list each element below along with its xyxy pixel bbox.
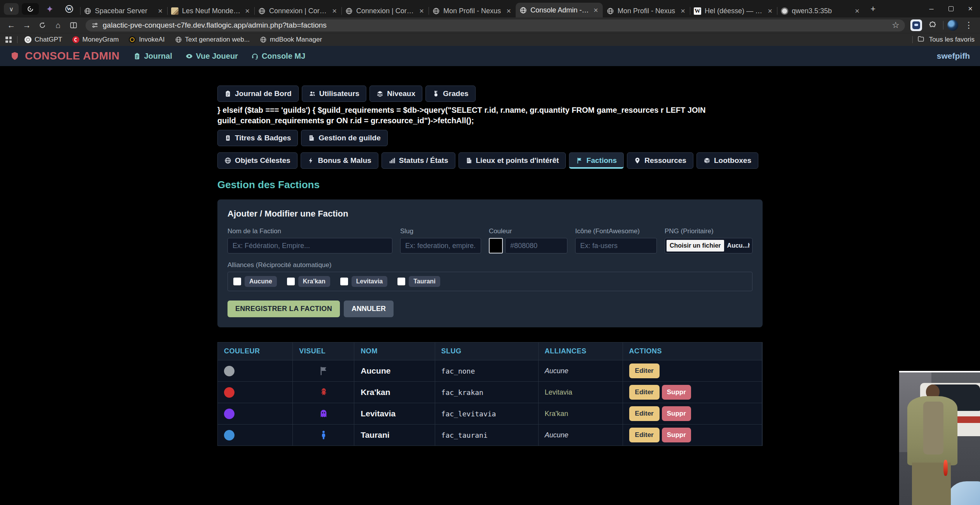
url-text[interactable]: galactic-pve-conquest-c7fe.dev.flatlogic… [103,21,890,30]
divider [912,36,913,43]
apps-grid-icon[interactable] [5,37,12,43]
tab-ressources[interactable]: Ressources [627,152,693,169]
site-info-icon[interactable] [91,21,99,29]
close-icon[interactable]: × [418,7,425,16]
edit-button[interactable]: Editer [629,428,660,442]
file-input[interactable]: Choisir un fichier Aucu...hoisi [665,238,752,253]
close-icon[interactable]: × [244,7,250,16]
edit-button[interactable]: Editer [629,406,660,421]
globe-favicon [520,7,527,14]
color-hex-input[interactable] [505,238,567,253]
refresh-button[interactable] [36,19,49,31]
checkbox[interactable] [397,278,405,285]
cancel-button[interactable]: ANNULER [344,301,394,317]
home-button[interactable]: ⌂ [51,19,65,31]
browser-tab-active[interactable]: Console Admin - Nexus × [516,3,603,17]
maximize-icon [948,6,954,11]
browser-tab[interactable]: Spacebar Server × [80,4,167,17]
map-pin-icon [634,157,641,164]
split-screen-button[interactable] [67,19,80,31]
profile-avatar[interactable] [947,20,958,31]
home-icon: ⌂ [56,21,61,30]
browser-tab[interactable]: Les Neuf Mondes de la Mythol × [167,4,254,17]
tab-lieux-poi[interactable]: Lieux et points d'intérêt [458,152,566,169]
bookmark-item[interactable]: MoneyGram [69,36,122,44]
bookmark-item[interactable]: mdBook Manager [257,36,325,44]
alliance-chip: Levitavia [352,276,387,287]
tab-lootboxes[interactable]: Lootboxes [696,152,758,169]
bookmark-star-icon[interactable]: ☆ [890,20,901,30]
pinned-tab-gemini[interactable] [41,3,58,15]
shield-icon [10,51,19,61]
faction-name: Kra'kan [354,382,435,403]
close-icon[interactable]: × [593,6,599,15]
edit-button[interactable]: Editer [629,363,660,378]
save-faction-button[interactable]: ENREGISTRER LA FACTION [228,301,340,317]
chevron-down-icon: ∨ [9,5,14,13]
new-tab-button[interactable]: + [866,3,880,15]
close-window-button[interactable]: × [961,0,980,17]
browser-tab[interactable]: Mon Profil - Nexus × [603,4,690,17]
globe-favicon [84,7,91,15]
pinned-tab-wordpress[interactable]: W [61,3,78,15]
field-icone: Icône (FontAwesome) [575,227,657,253]
extension-button[interactable] [910,19,922,31]
close-icon[interactable]: × [680,7,686,16]
tab-gestion-guilde[interactable]: Gestion de guilde [301,130,387,146]
edit-button[interactable]: Editer [629,385,660,400]
tab-search-button[interactable]: ∨ [4,3,19,15]
nav-console-mj[interactable]: Console MJ [251,52,305,61]
bookmark-item[interactable]: InvokeAI [126,36,168,44]
color-swatch[interactable] [489,238,503,253]
checkbox[interactable] [340,278,348,285]
building-icon [466,157,472,164]
browser-tab[interactable]: W Hel (déesse) — Wikipédia × [690,4,777,17]
address-bar[interactable]: galactic-pve-conquest-c7fe.dev.flatlogic… [86,19,905,31]
minimize-button[interactable]: – [922,0,941,17]
tab-factions-active[interactable]: Factions [569,152,624,169]
faction-alliances: Kra'kan [539,403,623,424]
delete-button[interactable]: Suppr [662,406,691,421]
delete-button[interactable]: Suppr [662,385,691,400]
browser-tab[interactable]: Connexion | Corvara × [341,4,429,17]
close-icon[interactable]: × [767,7,773,16]
tab-utilisateurs[interactable]: Utilisateurs [302,86,366,102]
main-tabs-row1: Journal de Bord Utilisateurs Niveaux Gra… [217,66,763,102]
faction-icon-input[interactable] [575,238,657,253]
bookmark-item[interactable]: ChatGPT [21,36,65,44]
faction-slug-input[interactable] [400,238,481,253]
tab-journal-de-bord[interactable]: Journal de Bord [217,86,299,102]
tab-grades[interactable]: Grades [425,86,475,102]
tab-niveaux[interactable]: Niveaux [369,86,422,102]
delete-button[interactable]: Suppr [662,428,691,442]
pinned-tab-spacebar[interactable] [22,3,39,15]
faction-slug: fac_levitavia [435,403,539,424]
browser-tab[interactable]: Connexion | Corvara × [254,4,341,17]
tab-objets-celestes[interactable]: Objets Célestes [217,152,298,169]
tab-statuts-etats[interactable]: Statuts / États [382,152,455,169]
checkbox[interactable] [287,278,295,285]
maximize-button[interactable] [941,0,961,17]
nav-vue-joueur[interactable]: Vue Joueur [186,52,238,61]
browser-menu-button[interactable]: ⋮ [962,20,975,30]
tab-bonus-malus[interactable]: Bonus & Malus [301,152,378,169]
browser-tab[interactable]: Mon Profil - Nexus × [429,4,516,17]
tab-titres-badges[interactable]: Titres & Badges [217,130,298,146]
all-favorites-button[interactable]: Tous les favoris [912,35,975,44]
browser-tab[interactable]: qwen3.5:35b × [777,4,864,17]
alliance-chip: Taurani [409,276,440,287]
close-icon[interactable]: × [506,7,512,16]
nav-journal[interactable]: Journal [133,52,172,61]
extensions-menu-button[interactable] [926,19,939,31]
bookmark-item[interactable]: Text generation web... [172,36,253,44]
pip-video[interactable] [899,371,980,505]
close-icon[interactable]: × [331,7,338,16]
kraken-icon [318,387,329,397]
checkbox[interactable] [233,278,241,285]
choose-file-button[interactable]: Choisir un fichier [667,240,724,252]
forward-button[interactable]: → [20,19,33,31]
close-icon[interactable]: × [157,7,163,16]
back-button[interactable]: ← [5,19,18,31]
close-icon[interactable]: × [854,7,860,16]
faction-name-input[interactable] [228,238,392,253]
